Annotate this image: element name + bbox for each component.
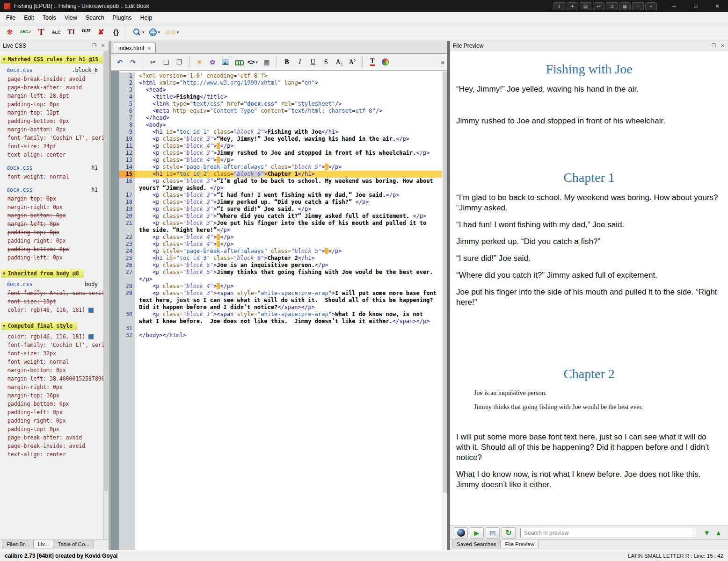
insert-image-button[interactable] <box>219 56 232 68</box>
menu-edit[interactable]: Edit <box>20 13 38 22</box>
maximize-button[interactable]: □ <box>685 0 706 12</box>
tab-table-of-co[interactable]: Table of Co... <box>53 540 94 548</box>
css-section-header[interactable]: ▼Inherited from body @8 <box>1 269 84 278</box>
code-line[interactable]: 21 <p class="block_3">Joe put his finger… <box>119 220 442 234</box>
code-line[interactable]: 27 <p class="block_5">Jimmy thinks that … <box>119 269 442 283</box>
code-line[interactable]: 30 <p class="block_1"><span style="white… <box>119 311 442 325</box>
editor-scrollbar-thumb[interactable] <box>443 72 447 493</box>
file-preview-float-button[interactable]: ❐ <box>710 43 717 49</box>
run-button[interactable]: ▶ <box>470 527 484 539</box>
fix-html-button[interactable]: ✳ <box>193 56 205 68</box>
titlebar-tool-5-button[interactable]: ⇉ <box>606 2 618 10</box>
menu-view[interactable]: View <box>60 13 81 22</box>
code-line[interactable]: 7 </head> <box>119 115 442 122</box>
code-line[interactable]: 1<?xml version='1.0' encoding='utf-8'?> <box>119 72 442 79</box>
tab-close-icon[interactable]: ✕ <box>147 46 151 51</box>
code-lines[interactable]: 1<?xml version='1.0' encoding='utf-8'?>2… <box>119 71 442 550</box>
file-preview-close-button[interactable]: ✕ <box>719 43 726 49</box>
tab-liv[interactable]: Liv... <box>33 540 53 548</box>
change-case-button[interactable]: ÅŁČ <box>49 25 63 39</box>
code-line[interactable]: 15 <h1 id="toc_id_2" class="block_6">Cha… <box>119 171 442 178</box>
open-file-button[interactable]: ▤ <box>486 527 500 539</box>
css-source-link[interactable]: docx.css <box>7 186 32 194</box>
css-source-link[interactable]: docx.css <box>7 66 32 74</box>
bold-button[interactable]: B <box>281 56 293 68</box>
code-line[interactable]: 31 <box>119 325 442 332</box>
code-line[interactable]: 14 <p style="page-break-after:always" cl… <box>119 164 442 171</box>
remove-unused-css-button[interactable]: ✘ <box>94 25 108 39</box>
text-tool-button[interactable]: T <box>34 25 48 39</box>
code-line[interactable]: 29 <p class="block_3"><span style="white… <box>119 290 442 311</box>
live-css-scrollbar-thumb[interactable] <box>104 51 108 491</box>
titlebar-tool-8-button[interactable]: ▪ <box>645 2 657 10</box>
titlebar-tool-4-button[interactable]: ↩ <box>593 2 604 10</box>
live-css-float-button[interactable]: ❐ <box>91 43 98 49</box>
next-match-button[interactable]: ▼ <box>701 529 713 537</box>
menu-plugins[interactable]: Plugins <box>108 13 136 22</box>
code-line[interactable]: 11 <p class="block_4"> </p> <box>119 143 442 150</box>
titlebar-tool-1-button[interactable]: ⇓ <box>553 2 565 10</box>
redo-button[interactable]: ↷ <box>127 56 139 68</box>
preview-search-input[interactable] <box>520 528 696 538</box>
css-source-link[interactable]: docx.css <box>7 280 32 288</box>
insert-table-button[interactable]: ▦ <box>261 56 273 68</box>
code-line[interactable]: 10 <p class="block_3">“Hey, Jimmy!” Joe … <box>119 136 442 143</box>
code-line[interactable]: 6 <meta http-equiv="Content-Type" conten… <box>119 108 442 115</box>
smarten-punctuation-button[interactable]: “” <box>79 25 93 39</box>
menu-search[interactable]: Search <box>81 13 109 22</box>
close-button[interactable]: ✕ <box>706 0 728 12</box>
titlebar-tool-6-button[interactable]: ▦ <box>619 2 631 10</box>
tab-index-html[interactable]: index.html ✕ <box>114 43 156 53</box>
insert-tag-button[interactable]: <>▾ <box>246 56 260 68</box>
live-css-close-button[interactable]: ✕ <box>100 43 107 49</box>
check-links-button[interactable]: ▾ <box>147 25 162 39</box>
code-line[interactable]: 26 <p class="block_5">Joe is an inquisit… <box>119 262 442 269</box>
undo-button[interactable]: ↶ <box>114 56 126 68</box>
code-line[interactable]: 12 <p class="block_3">Jimmy rushed to Jo… <box>119 150 442 157</box>
search-tool-button[interactable]: ▾ <box>131 25 146 39</box>
code-line[interactable]: 28 <p class="block_4"> </p> <box>119 283 442 290</box>
code-line[interactable]: 24 <p style="page-break-after:always" cl… <box>119 248 442 255</box>
tab-saved-searches[interactable]: Saved Searches <box>452 540 501 548</box>
plugins-button[interactable]: ☺☺▾ <box>163 25 181 39</box>
superscript-button[interactable]: A² <box>346 56 358 68</box>
copy-button[interactable]: ❏ <box>160 56 172 68</box>
subscript-button[interactable]: A₂ <box>333 56 345 68</box>
code-line[interactable]: 8 <body> <box>119 122 442 129</box>
code-line[interactable]: 18 <p class="block_3">Jimmy perked up. “… <box>119 199 442 206</box>
editor-scrollbar[interactable] <box>442 71 447 550</box>
code-editor[interactable]: 1<?xml version='1.0' encoding='utf-8'?>2… <box>111 71 447 550</box>
code-line[interactable]: 17 <p class="block_3">“I had fun! I went… <box>119 192 442 199</box>
code-line[interactable]: 20 <p class="block_3">“Where did you cat… <box>119 213 442 220</box>
refresh-button[interactable]: ↻ <box>502 527 516 539</box>
code-line[interactable]: 3 <head> <box>119 86 442 94</box>
titlebar-tool-7-button[interactable]: ▫ <box>632 2 644 10</box>
cut-button[interactable]: ✂ <box>147 56 159 68</box>
prev-match-button[interactable]: ▲ <box>713 529 724 537</box>
transform-styles-button[interactable]: TI <box>64 25 78 39</box>
css-section-header[interactable]: ▼Matched CSS rules for h1 @15 <box>1 55 103 64</box>
minimize-button[interactable]: ─ <box>663 0 685 12</box>
code-line[interactable]: 13 <p class="block_4"> </p> <box>119 157 442 164</box>
strikethrough-button[interactable]: S <box>320 56 332 68</box>
special-character-button[interactable]: ✿ <box>206 56 218 68</box>
reload-preview-button[interactable] <box>454 527 468 539</box>
check-book-button[interactable]: ❋ <box>3 25 17 39</box>
underline-button[interactable]: U <box>307 56 319 68</box>
css-source-link[interactable]: docx.css <box>7 164 32 172</box>
spell-check-button[interactable]: ABC✓ <box>18 25 33 39</box>
titlebar-tool-2-button[interactable]: ✦ <box>567 2 578 10</box>
css-section-header[interactable]: ▼Computed final style <box>1 322 77 330</box>
foreground-color-button[interactable]: T <box>366 56 379 68</box>
paste-button[interactable]: ❐ <box>173 56 185 68</box>
live-css-scrollbar[interactable] <box>103 50 109 539</box>
beautify-button[interactable]: {} <box>109 25 123 39</box>
code-line[interactable]: 19 <p class="block_3">“I sure did!” Joe … <box>119 206 442 213</box>
italic-button[interactable]: I <box>294 56 306 68</box>
menu-tools[interactable]: Tools <box>38 13 60 22</box>
background-color-button[interactable] <box>379 56 392 68</box>
insert-hyperlink-button[interactable] <box>233 56 245 68</box>
code-line[interactable]: 2<html xmlns="http://www.w3.org/1999/xht… <box>119 79 442 86</box>
tab-files-br[interactable]: Files Br... <box>2 540 34 548</box>
code-line[interactable]: 25 <h1 id="toc_id_3" class="block_6">Cha… <box>119 255 442 262</box>
